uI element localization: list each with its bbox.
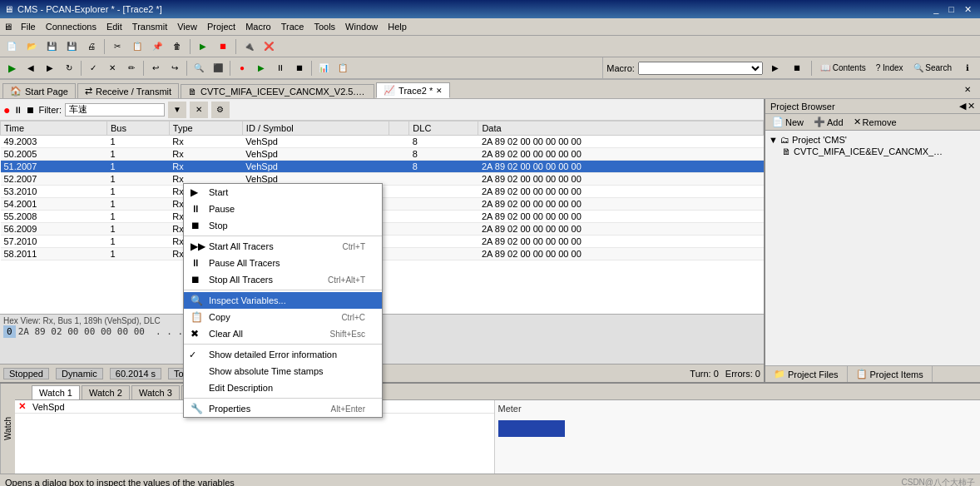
cm-icon-clear: ✖	[191, 328, 199, 340]
table-row[interactable]: 50.2005 1 Rx VehSpd 8 2A 89 02 00 00 00 …	[1, 148, 764, 161]
menu-connections[interactable]: Connections	[41, 20, 101, 33]
tab-trace2[interactable]: 📈 Trace2 * ✕	[376, 82, 450, 98]
tb-stop[interactable]: ⏹	[214, 38, 232, 55]
cell-dlc	[409, 223, 478, 236]
filter-apply[interactable]: ▼	[168, 102, 186, 118]
help-info[interactable]: ℹ	[958, 60, 977, 77]
menu-tools[interactable]: Tools	[309, 20, 340, 33]
menu-edit[interactable]: Edit	[101, 20, 127, 33]
tb-delete[interactable]: 🗑	[168, 38, 186, 55]
tb-disconnect[interactable]: ❌	[260, 38, 278, 55]
tb-refresh[interactable]: ↻	[60, 60, 78, 77]
menu-macro[interactable]: Macro	[240, 20, 276, 33]
toolbar-row-2: ▶ ◀ ▶ ↻ ✓ ✕ ✏ ↩ ↪ 🔍 ⬛ ● ▶ ⏸ ⏹ 📊 📋 Macro:…	[0, 57, 980, 80]
tb-nav-fwd[interactable]: ▶	[41, 60, 59, 77]
tb-edit[interactable]: ✏	[122, 60, 141, 77]
help-search[interactable]: 🔍 Search	[910, 60, 955, 77]
cm-item-stop[interactable]: ⏹ Stop	[184, 217, 382, 234]
tb-run-red[interactable]: ●	[233, 60, 251, 77]
tab-dbc[interactable]: 🗎 CVTC_MIFA_ICEEV_CANCMX_V2.5.3_l_202208…	[181, 84, 374, 98]
pause-btn[interactable]: ⏸	[13, 105, 22, 115]
table-row[interactable]: 51.2007 1 Rx VehSpd 8 2A 89 02 00 00 00 …	[1, 161, 764, 173]
macro-dropdown[interactable]	[638, 62, 763, 75]
menu-help[interactable]: Help	[383, 20, 412, 33]
help-index[interactable]: ? Index	[873, 60, 907, 77]
cm-item-copy[interactable]: 📋 Copy Ctrl+C	[184, 309, 382, 325]
tree-child-dbc[interactable]: 🗎 CVTC_MIFA_ICE&EV_CANCMX_V2.5.3_l	[782, 146, 977, 157]
filter-settings[interactable]: ⚙	[211, 102, 230, 118]
menu-window[interactable]: Window	[340, 20, 383, 33]
maximize-button[interactable]: □	[944, 4, 958, 15]
tb-trace-start[interactable]: ▶	[2, 60, 21, 77]
tb-open[interactable]: 📂	[22, 38, 41, 55]
tree-project-root[interactable]: ▼ 🗂 Project 'CMS'	[769, 134, 977, 146]
cm-item-stop-all[interactable]: ⏹ Stop All Tracers Ctrl+Alt+T	[184, 271, 382, 288]
tb-check[interactable]: ✓	[84, 60, 102, 77]
tab-close-trace[interactable]: ✕	[436, 87, 443, 95]
cell-data: 2A 89 02 00 00 00 00 00	[478, 186, 764, 198]
watch-tab-1[interactable]: Watch 1	[32, 385, 80, 399]
pb-add-btn[interactable]: ➕ Add	[810, 116, 847, 128]
menu-trace[interactable]: Trace	[276, 20, 309, 33]
table-row[interactable]: 49.2003 1 Rx VehSpd 8 2A 89 02 00 00 00 …	[1, 136, 764, 148]
pb-tab-items[interactable]: 📋 Project Items	[848, 366, 933, 382]
tb-start[interactable]: ▶	[194, 38, 212, 55]
cm-item-pause[interactable]: ⏸ Pause	[184, 201, 382, 217]
minimize-button[interactable]: _	[929, 4, 943, 15]
watch-tab-3[interactable]: Watch 3	[131, 385, 180, 399]
tab-close-window[interactable]: ✕	[958, 80, 977, 98]
watch-tab-2[interactable]: Watch 2	[82, 385, 130, 399]
tb-undo[interactable]: ↩	[146, 60, 165, 77]
tb-print[interactable]: 🖨	[82, 38, 101, 55]
pb-close-icon[interactable]: ✕	[968, 101, 975, 112]
tb-search[interactable]: 🔍	[190, 60, 208, 77]
cm-item-start-all[interactable]: ▶▶ Start All Tracers Ctrl+T	[184, 238, 382, 255]
cm-item-properties[interactable]: 🔧 Properties Alt+Enter	[184, 400, 382, 417]
tab-icon-start: 🏠	[10, 86, 22, 97]
tb-copy[interactable]: 📋	[128, 38, 146, 55]
pb-new-btn[interactable]: 📄 New	[769, 116, 807, 128]
close-button[interactable]: ✕	[960, 4, 976, 15]
tb-save2[interactable]: 💾	[62, 38, 81, 55]
tb-stop2[interactable]: ⏹	[290, 60, 309, 77]
pb-tab-files[interactable]: 📁 Project Files	[765, 366, 848, 382]
menu-project[interactable]: Project	[202, 20, 240, 33]
tb-filter[interactable]: ⬛	[209, 60, 227, 77]
cm-item-show-errors[interactable]: ✓ Show detailed Error information	[184, 346, 382, 363]
macro-play[interactable]: ▶	[766, 60, 784, 77]
menu-view[interactable]: View	[172, 20, 202, 33]
tb-redo[interactable]: ↪	[166, 60, 184, 77]
cm-item-clear[interactable]: ✖ Clear All Shift+Esc	[184, 325, 382, 342]
tb-nav-back[interactable]: ◀	[22, 60, 40, 77]
tab-receive-transmit[interactable]: ⇄ Receive / Transmit	[77, 83, 179, 98]
cm-item-start[interactable]: ▶ Start	[184, 184, 382, 201]
tb-save[interactable]: 💾	[42, 38, 61, 55]
tb-cut[interactable]: ✂	[108, 38, 126, 55]
tb-table[interactable]: 📋	[334, 60, 352, 77]
menu-file[interactable]: File	[16, 20, 41, 33]
filter-input[interactable]	[65, 103, 165, 117]
stop-btn[interactable]: ⏹	[26, 105, 35, 115]
tab-start-page[interactable]: 🏠 Start Page	[2, 83, 76, 98]
tb-paste[interactable]: 📌	[148, 38, 166, 55]
filter-clear[interactable]: ✕	[190, 102, 208, 118]
tb-new[interactable]: 📄	[2, 38, 21, 55]
cm-item-edit-desc[interactable]: Edit Description	[184, 379, 382, 396]
tb-x[interactable]: ✕	[103, 60, 121, 77]
cm-item-pause-all[interactable]: ⏸ Pause All Tracers	[184, 255, 382, 271]
help-contents[interactable]: 📖 Contents	[817, 60, 869, 77]
tb-run-grn[interactable]: ▶	[252, 60, 270, 77]
tb-pause[interactable]: ⏸	[271, 60, 290, 77]
menu-transmit[interactable]: Transmit	[127, 20, 172, 33]
cm-item-inspect[interactable]: 🔍 Inspect Variables...	[184, 292, 382, 309]
watch-remove[interactable]: ✕	[15, 400, 29, 414]
cm-item-abs-time[interactable]: Show absolute Time stamps	[184, 363, 382, 379]
tb-chart[interactable]: 📊	[314, 60, 333, 77]
pb-collapse-icon[interactable]: ◀	[959, 101, 966, 112]
macro-stop[interactable]: ⏹	[788, 60, 806, 77]
tb-connect[interactable]: 🔌	[240, 38, 258, 55]
menu-icon: 🖥	[3, 22, 12, 32]
pb-remove-btn[interactable]: ✕ Remove	[850, 116, 900, 128]
tab-area: 🏠 Start Page ⇄ Receive / Transmit 🗎 CVTC…	[0, 80, 980, 99]
record-btn[interactable]: ●	[3, 103, 10, 117]
